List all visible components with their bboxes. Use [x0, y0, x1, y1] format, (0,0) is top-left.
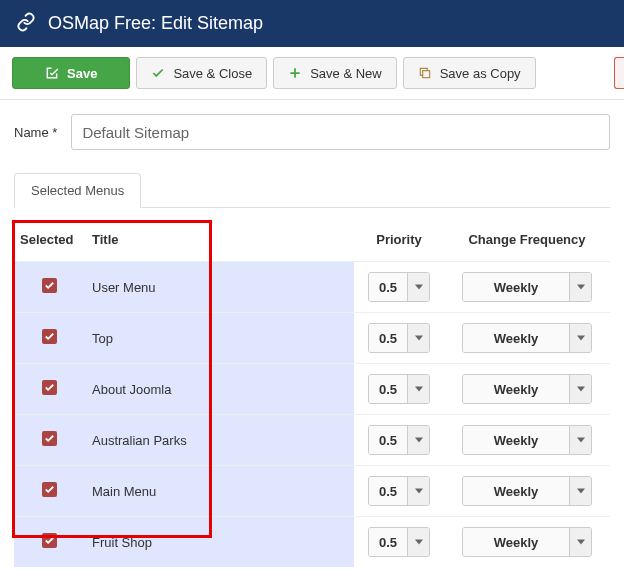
priority-value: 0.5: [369, 528, 407, 556]
save-close-button[interactable]: Save & Close: [136, 57, 267, 89]
chevron-down-icon: [407, 477, 429, 505]
table-row: Australian Parks0.5Weekly: [14, 415, 610, 466]
priority-value: 0.5: [369, 324, 407, 352]
check-icon: [151, 66, 165, 80]
frequency-dropdown[interactable]: Weekly: [462, 323, 592, 353]
tab-selected-menus[interactable]: Selected Menus: [14, 173, 141, 208]
chevron-down-icon: [407, 426, 429, 454]
chevron-down-icon: [569, 528, 591, 556]
checkbox[interactable]: [42, 533, 57, 548]
frequency-value: Weekly: [463, 375, 569, 403]
toolbar: Save Save & Close Save & New Save as Cop…: [0, 47, 624, 100]
frequency-value: Weekly: [463, 528, 569, 556]
priority-value: 0.5: [369, 426, 407, 454]
frequency-value: Weekly: [463, 477, 569, 505]
priority-dropdown[interactable]: 0.5: [368, 527, 430, 557]
save-new-button[interactable]: Save & New: [273, 57, 397, 89]
frequency-dropdown[interactable]: Weekly: [462, 527, 592, 557]
checkbox[interactable]: [42, 431, 57, 446]
priority-dropdown[interactable]: 0.5: [368, 425, 430, 455]
page-title: OSMap Free: Edit Sitemap: [48, 13, 263, 34]
table-row: Top0.5Weekly: [14, 313, 610, 364]
checkbox[interactable]: [42, 482, 57, 497]
save-copy-button[interactable]: Save as Copy: [403, 57, 536, 89]
chevron-down-icon: [407, 528, 429, 556]
tabs: Selected Menus: [14, 172, 610, 208]
menu-title: Fruit Shop: [84, 517, 354, 568]
col-priority-header: Priority: [354, 220, 444, 262]
priority-dropdown[interactable]: 0.5: [368, 272, 430, 302]
link-icon: [16, 12, 36, 35]
name-field-row: Name *: [14, 114, 610, 150]
save-label: Save: [67, 66, 97, 81]
col-title-header: Title: [84, 220, 354, 262]
chevron-down-icon: [407, 273, 429, 301]
frequency-dropdown[interactable]: Weekly: [462, 272, 592, 302]
priority-value: 0.5: [369, 273, 407, 301]
menu-title: About Joomla: [84, 364, 354, 415]
name-input[interactable]: [71, 114, 610, 150]
frequency-value: Weekly: [463, 426, 569, 454]
menu-title: Main Menu: [84, 466, 354, 517]
apply-icon: [45, 66, 59, 80]
name-label: Name *: [14, 125, 57, 140]
page-header: OSMap Free: Edit Sitemap: [0, 0, 624, 47]
chevron-down-icon: [569, 324, 591, 352]
svg-rect-0: [422, 71, 429, 78]
frequency-dropdown[interactable]: Weekly: [462, 425, 592, 455]
priority-dropdown[interactable]: 0.5: [368, 374, 430, 404]
priority-value: 0.5: [369, 477, 407, 505]
plus-icon: [288, 66, 302, 80]
checkbox[interactable]: [42, 380, 57, 395]
save-new-label: Save & New: [310, 66, 382, 81]
chevron-down-icon: [569, 273, 591, 301]
priority-dropdown[interactable]: 0.5: [368, 476, 430, 506]
copy-icon: [418, 66, 432, 80]
menu-title: User Menu: [84, 262, 354, 313]
chevron-down-icon: [407, 375, 429, 403]
menu-title: Top: [84, 313, 354, 364]
chevron-down-icon: [407, 324, 429, 352]
priority-value: 0.5: [369, 375, 407, 403]
chevron-down-icon: [569, 477, 591, 505]
checkbox[interactable]: [42, 278, 57, 293]
save-copy-label: Save as Copy: [440, 66, 521, 81]
col-selected-header: Selected: [14, 220, 84, 262]
frequency-value: Weekly: [463, 324, 569, 352]
priority-dropdown[interactable]: 0.5: [368, 323, 430, 353]
menu-title: Australian Parks: [84, 415, 354, 466]
save-button[interactable]: Save: [12, 57, 130, 89]
col-frequency-header: Change Frequency: [444, 220, 610, 262]
chevron-down-icon: [569, 375, 591, 403]
frequency-dropdown[interactable]: Weekly: [462, 374, 592, 404]
table-row: Fruit Shop0.5Weekly: [14, 517, 610, 568]
menus-table: Selected Title Priority Change Frequency…: [14, 220, 610, 567]
table-row: About Joomla0.5Weekly: [14, 364, 610, 415]
save-close-label: Save & Close: [173, 66, 252, 81]
frequency-dropdown[interactable]: Weekly: [462, 476, 592, 506]
chevron-down-icon: [569, 426, 591, 454]
partial-button-edge: [614, 57, 624, 89]
table-row: User Menu0.5Weekly: [14, 262, 610, 313]
checkbox[interactable]: [42, 329, 57, 344]
frequency-value: Weekly: [463, 273, 569, 301]
table-row: Main Menu0.5Weekly: [14, 466, 610, 517]
